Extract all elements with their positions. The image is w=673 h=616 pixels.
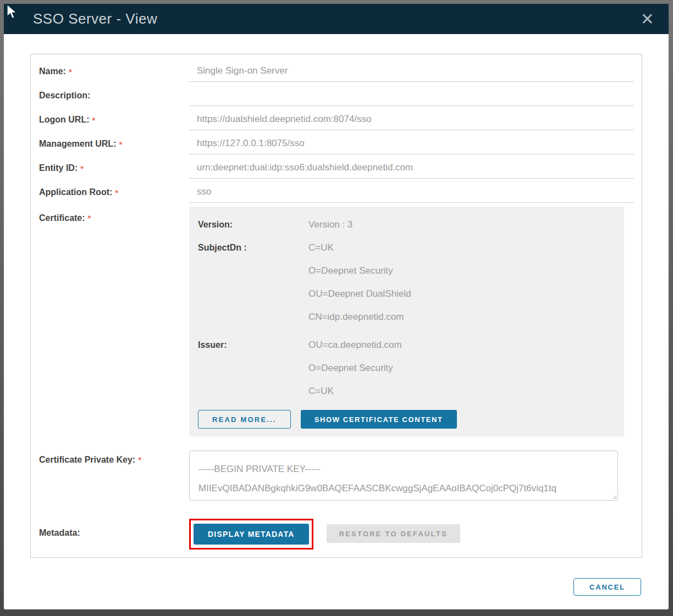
entity-id-label: Entity ID:	[39, 163, 78, 173]
management-url-label: Management URL:	[39, 139, 116, 149]
field-row-management-url: Management URL:* https://127.0.0.1:8075/…	[31, 130, 642, 154]
version-value: Version : 3	[308, 213, 352, 236]
private-key-line: MIIEvQIBADANBgkqhkiG9w0BAQEFAASCBKcwggSj…	[198, 479, 609, 498]
required-asterisk: *	[115, 188, 118, 197]
name-input[interactable]: Single Sign-on Server	[189, 58, 634, 82]
logon-url-label: Logon URL:	[39, 115, 90, 125]
entity-id-input[interactable]: urn:deepnet:dual:idp:sso6:dualshield.dee…	[189, 154, 634, 179]
certificate-details-panel: Version: Version : 3 SubjectDn : C=UK O=…	[189, 207, 624, 436]
certificate-label: Certificate:	[39, 213, 85, 223]
form-container: Name:* Single Sign-on Server Description…	[30, 54, 642, 558]
dialog-footer: CANCEL	[4, 578, 641, 596]
private-key-line: ESkudEdENA	[198, 498, 609, 501]
dialog-title: SSO Server - View	[33, 10, 641, 27]
red-highlight-annotation: DISPLAY METADATA	[189, 519, 313, 550]
description-input[interactable]	[189, 82, 634, 106]
certificate-actions: READ MORE... SHOW CERTIFICATE CONTENT	[198, 410, 624, 429]
certificate-version-line: Version: Version : 3	[198, 213, 624, 236]
display-metadata-button[interactable]: DISPLAY METADATA	[194, 524, 309, 545]
restore-to-defaults-button[interactable]: RESTORE TO DEFAULTS	[327, 524, 460, 543]
cancel-button[interactable]: CANCEL	[573, 578, 641, 596]
private-key-label: Certificate Private Key:	[39, 455, 135, 464]
required-asterisk: *	[80, 164, 84, 173]
metadata-label: Metadata:	[39, 528, 80, 537]
close-icon[interactable]: ✕	[641, 11, 654, 27]
private-key-row: Certificate Private Key:* -----BEGIN PRI…	[31, 451, 642, 501]
private-key-line: -----BEGIN PRIVATE KEY-----	[198, 459, 609, 479]
subjectdn-value: CN=idp.deepnetid.com	[308, 306, 411, 329]
required-asterisk: *	[92, 115, 96, 125]
dialog-titlebar: SSO Server - View ✕	[4, 4, 669, 34]
show-certificate-content-button[interactable]: SHOW CERTIFICATE CONTENT	[301, 410, 457, 429]
issuer-value: OU=ca.deepnetid.com	[308, 334, 402, 357]
field-row-entity-id: Entity ID:* urn:deepnet:dual:idp:sso6:du…	[31, 154, 642, 179]
application-root-input[interactable]: sso	[189, 179, 634, 203]
textarea-resize-handle[interactable]	[611, 494, 616, 499]
required-asterisk: *	[88, 213, 91, 223]
certificate-subjectdn-line: SubjectDn : C=UK O=Deepnet Security OU=D…	[198, 236, 624, 329]
field-row-application-root: Application Root:* sso	[31, 179, 642, 203]
field-row-logon-url: Logon URL:* https://dualshield.deepnetid…	[31, 106, 642, 130]
subjectdn-value: OU=Deepnet DualShield	[308, 282, 411, 306]
management-url-input[interactable]: https://127.0.0.1:8075/sso	[189, 130, 634, 154]
metadata-row: Metadata: DISPLAY METADATA RESTORE TO DE…	[31, 519, 642, 550]
field-row-description: Description:	[31, 82, 642, 106]
name-label: Name:	[39, 66, 66, 76]
description-label: Description:	[39, 91, 90, 101]
field-row-name: Name:* Single Sign-on Server	[31, 58, 642, 82]
certificate-row: Certificate:* Version: Version : 3 Subje…	[31, 207, 642, 436]
issuer-value: C=UK	[308, 380, 402, 403]
application-root-label: Application Root:	[39, 187, 112, 197]
issuer-key: Issuer:	[198, 334, 308, 403]
required-asterisk: *	[138, 455, 141, 464]
read-more-button[interactable]: READ MORE...	[198, 410, 291, 429]
required-asterisk: *	[119, 140, 122, 149]
subjectdn-value: O=Deepnet Security	[308, 259, 411, 282]
private-key-textarea[interactable]: -----BEGIN PRIVATE KEY----- MIIEvQIBADAN…	[189, 451, 618, 501]
sso-server-view-dialog: SSO Server - View ✕ Name:* Single Sign-o…	[4, 4, 669, 609]
required-asterisk: *	[69, 67, 72, 76]
logon-url-input[interactable]: https://dualshield.deepnetid.com:8074/ss…	[189, 106, 634, 130]
issuer-value: O=Deepnet Security	[308, 357, 402, 380]
certificate-issuer-line: Issuer: OU=ca.deepnetid.com O=Deepnet Se…	[198, 334, 624, 403]
version-key: Version:	[198, 213, 308, 236]
subjectdn-key: SubjectDn :	[198, 236, 308, 329]
subjectdn-value: C=UK	[308, 236, 411, 259]
